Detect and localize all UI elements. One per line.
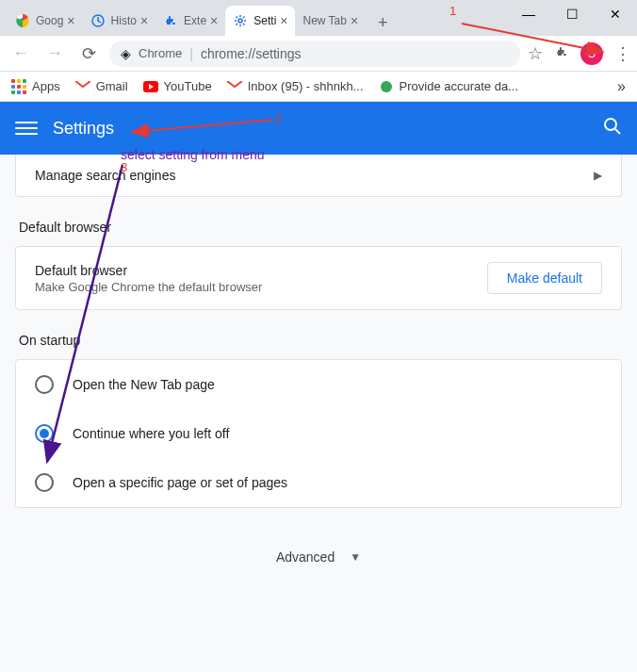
extensions-icon[interactable] — [554, 44, 569, 63]
globe-icon — [379, 79, 394, 94]
startup-option-continue[interactable]: Continue where you left off — [16, 409, 621, 458]
svg-point-3 — [238, 19, 242, 23]
default-browser-title: Default browser — [35, 263, 262, 278]
menu-button[interactable]: ⋮ — [614, 43, 629, 64]
bookmark-label: Provide accurate da... — [400, 79, 518, 93]
forward-button[interactable]: → — [41, 41, 68, 67]
manage-search-engines-row[interactable]: Manage search engines ▶ — [16, 155, 621, 196]
tab-label: New Tab — [302, 14, 346, 27]
secure-label: Chrome — [139, 46, 182, 60]
settings-icon — [233, 13, 248, 28]
bookmark-star-icon[interactable]: ☆ — [528, 43, 543, 64]
svg-point-6 — [605, 119, 616, 130]
tab-settings[interactable]: Setti × — [225, 6, 295, 36]
extension-icon — [163, 13, 178, 28]
bookmark-gmail[interactable]: Gmail — [75, 79, 128, 94]
minimize-button[interactable]: — — [507, 0, 550, 28]
radio-button[interactable] — [35, 375, 54, 394]
back-button[interactable]: ← — [8, 41, 34, 67]
gmail-icon — [75, 79, 90, 94]
svg-point-5 — [381, 81, 392, 92]
advanced-label: Advanced — [276, 549, 335, 565]
tab-label: Exte — [184, 14, 206, 27]
default-browser-card: Default browser Make Google Chrome the d… — [15, 246, 622, 310]
tab-extensions[interactable]: Exte × — [155, 6, 225, 36]
radio-label: Open a specific page or set of pages — [73, 475, 287, 490]
close-tab-icon[interactable]: × — [67, 13, 74, 28]
close-tab-icon[interactable]: × — [280, 13, 287, 28]
tab-label: Histo — [111, 14, 137, 27]
tab-label: Setti — [253, 14, 276, 27]
bookmark-label: Inbox (95) - shhnkh... — [248, 79, 364, 93]
menu-icon[interactable] — [15, 117, 38, 139]
radio-button[interactable] — [35, 424, 54, 443]
history-icon — [90, 13, 106, 28]
advanced-toggle[interactable]: Advanced ▼ — [0, 531, 637, 583]
new-tab-button[interactable]: + — [369, 9, 396, 36]
radio-button[interactable] — [35, 473, 54, 492]
bookmarks-bar: Apps Gmail YouTube Inbox (95) - shhnkh..… — [0, 72, 637, 102]
startup-section-title: On startup — [0, 333, 637, 359]
bookmark-label: YouTube — [164, 79, 212, 93]
make-default-button[interactable]: Make default — [487, 262, 602, 294]
page-title: Settings — [53, 119, 114, 139]
tab-google[interactable]: Goog × — [8, 6, 83, 36]
site-info-icon[interactable]: ◈ — [121, 46, 131, 61]
bookmark-inbox[interactable]: Inbox (95) - shhnkh... — [227, 79, 364, 94]
url-text: chrome://settings — [201, 46, 302, 61]
bookmark-label: Gmail — [96, 79, 128, 93]
toolbar: ← → ⟳ ◈ Chrome | chrome://settings ☆ S ⋮ — [0, 36, 637, 72]
startup-option-specific[interactable]: Open a specific page or set of pages — [16, 458, 621, 507]
search-engine-card: Manage search engines ▶ — [15, 155, 622, 197]
settings-header: Settings — [0, 102, 637, 155]
address-bar[interactable]: ◈ Chrome | chrome://settings — [109, 41, 520, 67]
close-tab-icon[interactable]: × — [210, 13, 218, 28]
close-window-button[interactable]: ✕ — [594, 0, 637, 28]
radio-label: Continue where you left off — [73, 426, 229, 441]
avatar[interactable]: S — [580, 42, 603, 65]
bookmark-youtube[interactable]: YouTube — [143, 79, 212, 94]
tab-history[interactable]: Histo × — [83, 6, 156, 36]
settings-content: Manage search engines ▶ Default browser … — [0, 155, 637, 672]
default-browser-section-title: Default browser — [0, 220, 637, 246]
chevron-right-icon: ▶ — [594, 169, 602, 182]
bookmark-provide[interactable]: Provide accurate da... — [379, 79, 518, 94]
bookmark-apps[interactable]: Apps — [11, 79, 60, 94]
default-browser-subtitle: Make Google Chrome the default browser — [35, 280, 262, 294]
maximize-button[interactable]: ☐ — [550, 0, 594, 28]
chevron-down-icon: ▼ — [350, 550, 361, 564]
search-icon[interactable] — [603, 117, 622, 140]
tab-label: Goog — [36, 14, 63, 27]
startup-option-new-tab[interactable]: Open the New Tab page — [16, 360, 621, 409]
bookmark-label: Apps — [32, 79, 60, 93]
row-label: Manage search engines — [35, 168, 175, 183]
radio-label: Open the New Tab page — [73, 377, 215, 392]
close-tab-icon[interactable]: × — [140, 13, 148, 28]
tab-new-tab[interactable]: New Tab × — [295, 6, 366, 36]
close-tab-icon[interactable]: × — [351, 13, 358, 28]
youtube-icon — [143, 79, 158, 94]
startup-card: Open the New Tab page Continue where you… — [15, 359, 622, 508]
chrome-icon — [15, 13, 30, 28]
gmail-icon — [227, 79, 242, 94]
reload-button[interactable]: ⟳ — [75, 41, 102, 67]
apps-icon — [11, 79, 26, 94]
bookmarks-overflow[interactable]: » — [617, 78, 626, 95]
